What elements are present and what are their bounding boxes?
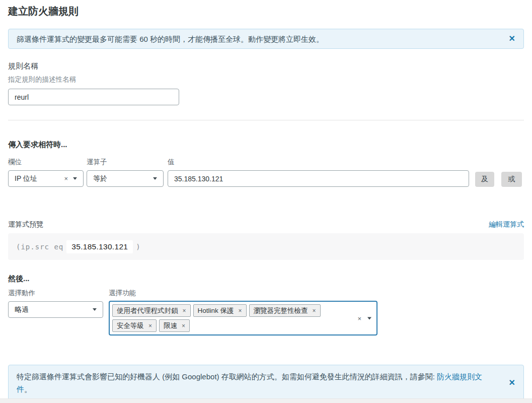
remove-tag-icon[interactable]: × <box>182 323 185 329</box>
then-row: 選擇動作 略過 選擇功能 使用者代理程式封鎖 × Hotlink 保護 × 瀏覽… <box>8 289 524 335</box>
rule-name-description: 指定規則的描述性名稱 <box>8 76 524 84</box>
and-button[interactable]: 及 <box>475 172 494 187</box>
expression-code-value: 35.185.130.121 <box>66 240 133 253</box>
remove-tag-icon[interactable]: × <box>313 308 316 314</box>
action-label: 選擇動作 <box>8 289 103 297</box>
or-button[interactable]: 或 <box>501 172 522 187</box>
action-select[interactable]: 略過 <box>8 301 103 318</box>
firewall-rule-form: 建立防火牆規則 篩選條件運算式的變更最多可能需要 60 秒的時間，才能傳播至全球… <box>0 0 532 401</box>
propagation-info-banner: 篩選條件運算式的變更最多可能需要 60 秒的時間，才能傳播至全球。動作變更將立即… <box>8 29 524 49</box>
operator-label: 運算子 <box>87 158 164 166</box>
googlebot-warning-text: 特定篩選條件運算式會影響已知的好機器人 (例如 Googlebot) 存取網站的… <box>17 370 492 395</box>
chevron-down-icon <box>367 317 371 319</box>
warning-text-after-link: 。 <box>24 385 32 393</box>
field-select[interactable]: IP 位址 × <box>8 170 84 187</box>
field-select-value: IP 位址 <box>15 174 37 183</box>
match-section-heading: 傳入要求相符時... <box>8 140 524 149</box>
multiselect-controls: × <box>357 314 371 322</box>
feature-tag: 瀏覽器完整性檢查 × <box>249 304 321 317</box>
value-input[interactable] <box>168 170 469 187</box>
feature-tag-label: 安全等級 <box>117 321 144 330</box>
footer-strip <box>0 398 532 403</box>
expression-preview-header: 運算式預覽 編輯運算式 <box>8 220 524 229</box>
chevron-down-icon <box>73 177 77 180</box>
rule-name-label: 規則名稱 <box>8 61 524 71</box>
field-group: 欄位 IP 位址 × <box>8 158 84 187</box>
field-clear-icon[interactable]: × <box>64 175 73 182</box>
googlebot-warning-banner: 特定篩選條件運算式會影響已知的好機器人 (例如 Googlebot) 存取網站的… <box>8 365 524 401</box>
edit-expression-link[interactable]: 編輯運算式 <box>489 220 524 229</box>
warning-text-before-link: 特定篩選條件運算式會影響已知的好機器人 (例如 Googlebot) 存取網站的… <box>17 372 437 381</box>
remove-tag-icon[interactable]: × <box>148 323 152 329</box>
action-select-value: 略過 <box>15 305 29 314</box>
feature-tag: 限速 × <box>159 319 190 332</box>
features-label: 選擇功能 <box>109 289 377 297</box>
features-multiselect[interactable]: 使用者代理程式封鎖 × Hotlink 保護 × 瀏覽器完整性檢查 × 安全等級… <box>109 301 377 335</box>
value-label: 值 <box>168 158 469 166</box>
feature-tag-label: 限速 <box>164 321 177 330</box>
action-group: 選擇動作 略過 <box>8 289 103 318</box>
feature-tag: 使用者代理程式封鎖 × <box>112 304 191 317</box>
chevron-down-icon <box>93 308 97 311</box>
rule-name-input[interactable] <box>8 89 179 105</box>
operator-group: 運算子 等於 <box>87 158 164 187</box>
then-section-heading: 然後... <box>8 274 524 283</box>
value-group: 值 <box>168 158 469 187</box>
page-title: 建立防火牆規則 <box>8 0 524 18</box>
close-icon[interactable]: ✕ <box>503 379 515 387</box>
remove-tag-icon[interactable]: × <box>183 308 186 314</box>
clear-all-icon[interactable]: × <box>357 314 361 322</box>
feature-tag-label: 瀏覽器完整性檢查 <box>254 306 308 315</box>
feature-tag-label: 使用者代理程式封鎖 <box>117 306 178 315</box>
expression-code-suffix: ) <box>136 243 140 251</box>
close-icon[interactable]: ✕ <box>503 35 515 43</box>
features-group: 選擇功能 使用者代理程式封鎖 × Hotlink 保護 × 瀏覽器完整性檢查 ×… <box>109 289 377 335</box>
field-label: 欄位 <box>8 158 84 166</box>
expression-code-prefix: (ip.src eq <box>16 243 63 251</box>
chevron-down-icon <box>153 177 157 180</box>
feature-tag: Hotlink 保護 × <box>193 304 247 317</box>
expression-preview-box: (ip.src eq 35.185.130.121 ) <box>8 233 524 260</box>
operator-select[interactable]: 等於 <box>87 170 164 187</box>
expression-preview-label: 運算式預覽 <box>8 220 43 229</box>
operator-select-value: 等於 <box>93 174 107 183</box>
feature-tag: 安全等級 × <box>112 319 157 332</box>
propagation-info-text: 篩選條件運算式的變更最多可能需要 60 秒的時間，才能傳播至全球。動作變更將立即… <box>17 33 324 45</box>
match-condition-row: 欄位 IP 位址 × 運算子 等於 值 及 或 <box>8 158 524 187</box>
remove-tag-icon[interactable]: × <box>239 308 242 314</box>
section-divider <box>8 120 524 120</box>
feature-tag-label: Hotlink 保護 <box>198 306 234 315</box>
